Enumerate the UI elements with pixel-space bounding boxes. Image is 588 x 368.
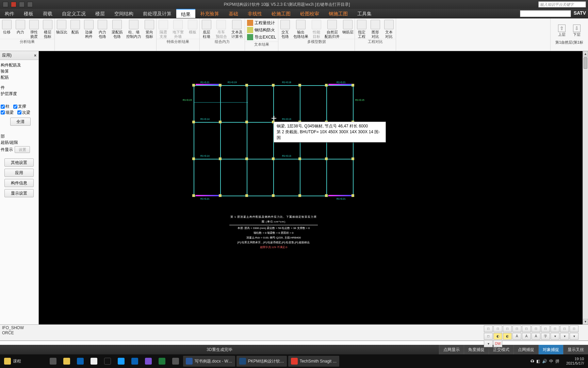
font-icon[interactable]: 字 (541, 333, 550, 340)
tray-net-icon[interactable]: ◧ (536, 359, 540, 364)
menu-item-results[interactable]: 结果 (176, 9, 195, 18)
menu-item[interactable]: 砼图校审 (295, 9, 324, 18)
task-item[interactable] (101, 356, 114, 367)
ribbon-floor-index[interactable]: 楼层 指标 (41, 18, 54, 39)
text-size-icon[interactable]: A (512, 333, 521, 340)
tool-icon[interactable]: ▾ (570, 333, 578, 340)
menu-item[interactable]: 基础 (224, 9, 243, 18)
btn-other[interactable]: 其他设置 (4, 158, 34, 167)
view3d-icon[interactable]: □ (503, 325, 512, 332)
bulb-icon[interactable]: ◐ (493, 333, 502, 340)
ribbon-reinforce[interactable]: 配筋 (68, 18, 82, 39)
tray-up-icon[interactable]: ⮉ (530, 359, 534, 364)
tool-icon[interactable]: ▾ (560, 333, 569, 340)
start-button[interactable]: 课程 (1, 356, 24, 367)
menu-item[interactable]: 楼层 (91, 9, 110, 18)
task-pkpm[interactable]: PKPM结构设计软… (236, 356, 287, 367)
menu-item[interactable]: 工具集 (353, 9, 376, 18)
qa-print-icon[interactable] (19, 2, 24, 7)
floor-down[interactable]: ⇩下层 (573, 25, 581, 37)
menu-item[interactable]: 补充验算 (195, 9, 224, 18)
chk-column[interactable]: 柱 (1, 104, 10, 109)
text-size-icon[interactable]: A (522, 333, 531, 340)
btn-apply[interactable]: 应用 (4, 169, 34, 177)
ribbon-assign-proj[interactable]: 指定 工程 (355, 18, 369, 39)
tool-icon[interactable]: ▾ (484, 340, 493, 347)
tray[interactable]: ⮉ ◧ 🔊 中 拼 (527, 356, 562, 367)
menu-item[interactable]: 钢施工图 (324, 9, 353, 18)
btn-member-info[interactable]: 构件信息 (4, 179, 34, 187)
canvas-scrollbar[interactable]: ▲ ▼ (583, 51, 588, 324)
task-word[interactable]: 写书例题.docx - W… (183, 356, 235, 367)
btn-display-set[interactable]: 显示设置 (4, 189, 34, 197)
status-toggle[interactable]: 对象捕捉 (538, 345, 563, 354)
ribbon-out-env[interactable]: 输出 包络结果 (292, 18, 310, 39)
ribbon-fire[interactable]: 钢结构防火 (247, 27, 276, 33)
ribbon-text-cmp[interactable]: 文本 对比 (382, 18, 396, 39)
status-toggle[interactable]: 显示叉丝 (563, 345, 588, 354)
ribbon-report[interactable]: 文本及 计算书 (229, 18, 245, 39)
view3d-icon[interactable]: □ (484, 333, 493, 340)
view3d-icon[interactable]: □ (512, 325, 521, 332)
qa-icon[interactable] (3, 2, 8, 7)
ribbon-col-wall[interactable]: 柱、墙 控制内力 (125, 18, 143, 39)
ribbon-displacement[interactable]: 位移 (0, 18, 14, 39)
menu-item[interactable]: 砼施工图 (267, 9, 295, 18)
chk-wallbeam[interactable]: 墙梁 (1, 110, 14, 116)
dwg-icon[interactable]: DW (493, 340, 502, 347)
scroll-thumb[interactable] (584, 57, 587, 69)
ribbon-edge[interactable]: 边缘 构件 (82, 18, 96, 39)
ribbon-vert-index[interactable]: 竖向 指标 (143, 18, 156, 39)
view3d-icon[interactable]: □ (570, 325, 578, 332)
close-icon[interactable]: × (34, 53, 36, 58)
tray-ime2-icon[interactable]: 拼 (555, 358, 559, 364)
view3d-icon[interactable]: □ (551, 325, 559, 332)
view3d-icon[interactable]: □ (532, 325, 540, 332)
view3d-icon[interactable]: □ (484, 325, 493, 332)
ribbon-rebar-layer[interactable]: 钢筋层 (341, 18, 355, 39)
task-item[interactable] (88, 356, 100, 367)
qa-save-icon[interactable] (11, 2, 16, 7)
menu-item[interactable]: 荷载 (38, 9, 57, 18)
ribbon-excel[interactable]: 导出EXCEL (247, 34, 276, 40)
view3d-icon[interactable]: □ (493, 325, 502, 332)
ribbon-beam-env[interactable]: 梁配筋 包络 (109, 18, 125, 39)
scroll-up-icon[interactable]: ▲ (583, 51, 588, 57)
task-item[interactable] (61, 356, 73, 367)
ribbon-force[interactable]: 内力 (14, 18, 27, 39)
tray-sound-icon[interactable]: 🔊 (542, 359, 547, 364)
menu-item[interactable]: 前处理及计算 (138, 9, 176, 18)
drawing-canvas[interactable]: R1=0.21 R1=0.19 R1=0.18 R1=0.21 R1=0.15 … (39, 51, 588, 324)
task-snagit[interactable]: TechSmith Snagit … (288, 356, 340, 367)
view3d-icon[interactable]: □ (541, 325, 550, 332)
chk-secbeam[interactable]: 次梁 (17, 110, 30, 116)
text-size-icon[interactable]: A (532, 333, 540, 340)
task-item[interactable] (142, 356, 154, 367)
task-item[interactable] (156, 356, 168, 367)
view3d-icon[interactable]: □ (522, 325, 531, 332)
tray-ime-icon[interactable]: 中 (549, 358, 553, 364)
task-item[interactable] (47, 356, 59, 367)
chk-brace[interactable]: 支撑 (13, 104, 26, 109)
satv-label[interactable]: SATV (572, 9, 588, 18)
menu-item[interactable]: 非线性 (243, 9, 267, 18)
task-item[interactable] (129, 356, 141, 367)
menu-item[interactable]: 自定义工况 (57, 9, 91, 18)
ribbon-natural[interactable]: 自然层 配筋归并 (323, 18, 341, 39)
ribbon-elastic[interactable]: 弹性 挠度 (27, 18, 41, 39)
ribbon-graph-cmp[interactable]: 图形 对比 (369, 18, 382, 39)
menu-item[interactable]: 空间结构 (110, 9, 138, 18)
dropdown-select[interactable] (520, 10, 571, 17)
status-toggle[interactable]: 点网捕捉 (513, 345, 538, 354)
tool-icon[interactable]: ▾ (551, 333, 559, 340)
taskbar-clock[interactable]: 19:102021/5/17/ (564, 357, 587, 366)
view3d-icon[interactable]: □ (560, 325, 569, 332)
qa-doc-icon[interactable] (27, 2, 33, 7)
menu-item[interactable]: 楼板 (19, 9, 38, 18)
btn-set[interactable]: 设置 (15, 146, 30, 153)
scroll-down-icon[interactable]: ▼ (583, 319, 588, 324)
ribbon-axial[interactable]: 轴压比 (55, 18, 68, 39)
ribbon-interactive-env[interactable]: 交互 包络 (278, 18, 292, 39)
btn-clear-all[interactable]: 全清 (10, 118, 31, 126)
floor-up[interactable]: ⇧上层 (558, 25, 566, 37)
